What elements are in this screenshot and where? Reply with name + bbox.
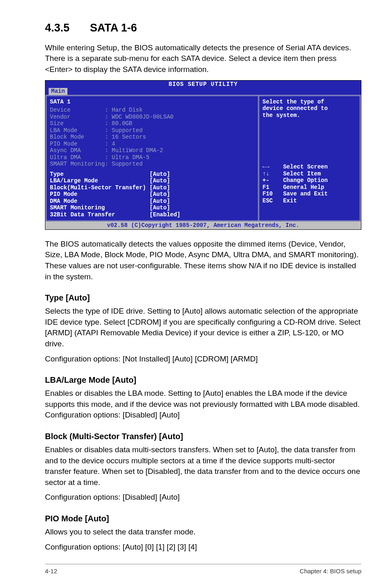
bios-detected-row: Size : 80.0GB [50,120,255,127]
bios-option-row[interactable]: Type [Auto] [50,171,255,178]
body-paragraph: Configuration options: [Disabled] [Auto] [45,492,361,503]
bios-right-pane: Select the type of device connected to t… [259,95,361,222]
bios-detected-row: Block Mode : 16 Sectors [50,134,255,141]
footer-rule [45,564,361,564]
bios-hint-row: F10 Save and Exit [262,191,356,197]
bios-options-block: Type [Auto] LBA/Large Mode [Auto] Block(… [50,171,255,218]
bios-hint-row: ←→ Select Screen [262,164,356,171]
bios-detected-block: Device : Hard Disk Vendor : WDC WD800JD-… [50,107,255,168]
bios-detected-row: SMART Monitoring: Supported [50,161,255,168]
bios-tab-main[interactable]: Main [49,88,67,95]
bios-detected-row: Vendor : WDC WD800JD-00LSA0 [50,114,255,121]
body-paragraph: Enables or disables data multi-sectors t… [45,444,361,488]
post-bios-paragraph: The BIOS automatically detects the value… [45,239,361,282]
bios-hint-row: ↑↓ Select Item [262,171,356,177]
bios-detected-row: Ultra DMA : Ultra DMA-5 [50,154,255,161]
bios-detected-row: LBA Mode : Supported [50,127,255,134]
body-paragraph: Enables or disables the LBA mode. Settin… [45,388,361,421]
page: 4.3.5SATA 1-6 While entering Setup, the … [0,0,390,588]
bios-option-row[interactable]: SMART Monitoring [Auto] [50,204,255,211]
subsection-heading-lba: LBA/Large Mode [Auto] [45,374,361,386]
page-footer: 4-12 Chapter 4: BIOS setup [45,567,361,575]
bios-detected-row: Device : Hard Disk [50,107,255,114]
intro-paragraph: While entering Setup, the BIOS automatic… [45,43,361,75]
bios-title: BIOS SETUP UTILITY [45,81,361,88]
section-heading: 4.3.5SATA 1-6 [45,20,361,36]
body-paragraph: Allows you to select the data transfer m… [45,527,361,538]
bios-option-row[interactable]: LBA/Large Mode [Auto] [50,177,255,184]
bios-left-pane: SATA 1 Device : Hard Disk Vendor : WDC W… [45,95,258,222]
body-paragraph: Configuration options: [Auto] [0] [1] [2… [45,542,361,553]
bios-option-row[interactable]: Block(Multi-Sector Transfer) [Auto] [50,184,255,191]
footer-page-number: 4-12 [45,567,57,575]
section-title: SATA 1-6 [90,22,137,34]
body-paragraph: Selects the type of IDE drive. Setting t… [45,306,361,349]
bios-detected-row: PIO Mode : 4 [50,141,255,148]
bios-hint-row: ESC Exit [262,197,356,204]
subsection-heading-pio: PIO Mode [Auto] [45,513,361,524]
bios-option-row[interactable]: PIO Mode [Auto] [50,191,255,198]
subsection-heading-type: Type [Auto] [45,292,361,303]
bios-help-text: Select the type of device connected to t… [262,99,356,119]
section-number: 4.3.5 [45,20,90,36]
bios-detected-row: Async DMA : MultiWord DMA-2 [50,147,255,154]
bios-hint-row: +- Change Option [262,177,356,184]
subsection-heading-block: Block (Multi-Sector Transfer) [Auto] [45,431,361,442]
bios-key-hints: ←→ Select Screen ↑↓ Select Item +- Chang… [262,164,356,204]
bios-hint-row: F1 General Help [262,184,356,191]
footer-chapter: Chapter 4: BIOS setup [300,567,361,575]
bios-option-row[interactable]: DMA Mode [Auto] [50,198,255,205]
body-paragraph: Configuration options: [Not Installed] [… [45,354,361,365]
bios-copyright: v02.58 (C)Copyright 1985-2007, American … [45,222,361,229]
bios-option-row[interactable]: 32Bit Data Transfer [Enabled] [50,211,255,218]
bios-tab-bar: Main [45,88,361,95]
bios-sata-heading: SATA 1 [50,99,255,105]
bios-screenshot: BIOS SETUP UTILITY Main SATA 1 Device : … [45,80,361,230]
